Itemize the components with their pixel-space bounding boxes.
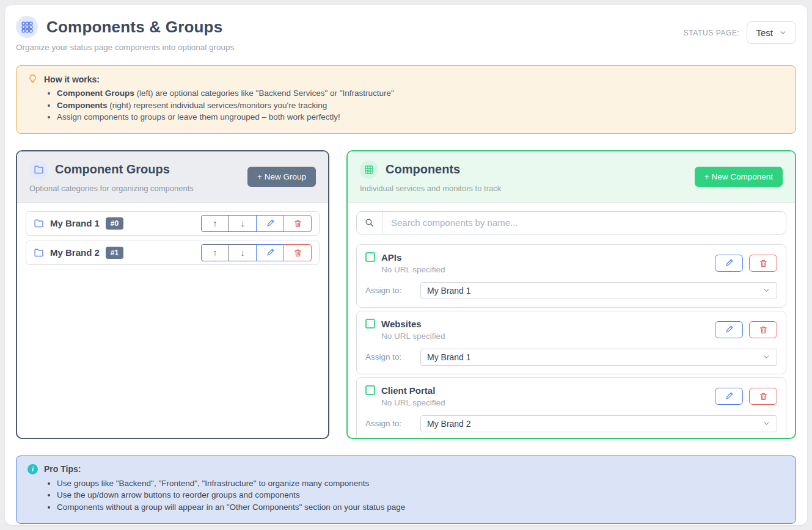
component-status-checkbox[interactable] bbox=[365, 252, 375, 262]
assigned-group-value: My Brand 1 bbox=[427, 286, 471, 296]
page-title: Components & Groups bbox=[46, 18, 222, 37]
group-row: My Brand 2 #1 ↑ ↓ bbox=[26, 241, 320, 265]
info-icon: i bbox=[27, 464, 38, 474]
assign-to-label: Assign to: bbox=[365, 286, 420, 295]
trash-icon bbox=[759, 391, 768, 401]
pro-tips-bullet: Use the up/down arrow buttons to reorder… bbox=[57, 490, 785, 499]
new-component-button[interactable]: + New Component bbox=[695, 167, 783, 187]
status-page-selector: STATUS PAGE: Test bbox=[684, 21, 796, 44]
bullet-text: (left) are optional categories like "Bac… bbox=[134, 89, 394, 98]
move-group-down-button[interactable]: ↓ bbox=[229, 244, 257, 261]
pro-tips-bullet: Components without a group will appear i… bbox=[57, 503, 785, 512]
folder-icon bbox=[34, 218, 44, 228]
how-it-works-banner: How it works: Component Groups (left) ar… bbox=[16, 65, 796, 134]
chevron-down-icon bbox=[779, 29, 787, 37]
assigned-group-value: My Brand 2 bbox=[427, 419, 471, 429]
how-it-works-bullet: Component Groups (left) are optional cat… bbox=[57, 89, 785, 98]
components-panel-header: Components Individual services and monit… bbox=[348, 151, 795, 203]
component-card: Websites No URL specified bbox=[356, 311, 786, 374]
pro-tips-bullet: Use groups like "Backend", "Frontend", "… bbox=[57, 479, 785, 488]
pencil-icon bbox=[725, 258, 734, 267]
how-it-works-bullet: Components (right) represent individual … bbox=[57, 101, 785, 110]
components-list: APIs No URL specified bbox=[348, 203, 795, 438]
components-panel: Components Individual services and monit… bbox=[346, 150, 796, 439]
page-header: Components & Groups Organize your status… bbox=[16, 16, 796, 52]
delete-component-button[interactable] bbox=[749, 321, 777, 338]
lightbulb-icon bbox=[27, 74, 38, 84]
component-url-status: No URL specified bbox=[381, 265, 445, 274]
grid-dots-icon bbox=[16, 16, 38, 38]
chevron-down-icon bbox=[763, 353, 770, 361]
pencil-icon bbox=[725, 391, 734, 401]
component-card: Client Portal No URL specified bbox=[356, 377, 786, 438]
folder-icon bbox=[29, 161, 48, 179]
component-url-status: No URL specified bbox=[381, 332, 445, 341]
search-icon bbox=[357, 212, 382, 234]
trash-icon bbox=[293, 219, 302, 228]
edit-component-button[interactable] bbox=[715, 321, 743, 338]
pencil-icon bbox=[266, 219, 275, 228]
chevron-down-icon bbox=[763, 419, 770, 427]
assign-group-select[interactable]: My Brand 2 bbox=[420, 415, 777, 432]
component-url-status: No URL specified bbox=[381, 398, 445, 407]
groups-panel-subtitle: Optional categories for organizing compo… bbox=[29, 184, 194, 193]
how-it-works-bullet: Assign components to groups or leave the… bbox=[57, 112, 785, 122]
panels-container: Component Groups Optional categories for… bbox=[16, 150, 796, 439]
edit-group-button[interactable] bbox=[256, 215, 284, 232]
status-page-select[interactable]: Test bbox=[747, 21, 796, 44]
assign-to-label: Assign to: bbox=[365, 419, 420, 428]
components-panel-title: Components bbox=[386, 162, 460, 176]
pro-tips-banner: i Pro Tips: Use groups like "Backend", "… bbox=[16, 456, 796, 525]
assign-group-select[interactable]: My Brand 1 bbox=[420, 282, 777, 299]
groups-panel-title: Component Groups bbox=[55, 162, 170, 176]
header-left: Components & Groups Organize your status… bbox=[16, 16, 234, 52]
trash-icon bbox=[293, 248, 302, 258]
search-components-input[interactable] bbox=[382, 212, 786, 234]
assigned-group-value: My Brand 1 bbox=[427, 352, 471, 362]
pencil-icon bbox=[725, 325, 734, 334]
component-status-checkbox[interactable] bbox=[365, 319, 375, 329]
table-grid-icon bbox=[360, 161, 378, 179]
bullet-bold-text: Components bbox=[57, 101, 108, 110]
trash-icon bbox=[759, 325, 768, 335]
delete-group-button[interactable] bbox=[283, 244, 312, 261]
components-panel-subtitle: Individual services and monitors to trac… bbox=[360, 184, 501, 193]
move-group-up-button[interactable]: ↑ bbox=[201, 215, 229, 232]
main-card: Components & Groups Organize your status… bbox=[5, 5, 807, 525]
pro-tips-list: Use groups like "Backend", "Frontend", "… bbox=[27, 479, 785, 512]
bullet-text: Assign components to groups or leave the… bbox=[57, 112, 340, 122]
page-subtitle: Organize your status page components int… bbox=[16, 43, 234, 52]
groups-panel-header: Component Groups Optional categories for… bbox=[17, 151, 328, 203]
delete-component-button[interactable] bbox=[749, 388, 777, 405]
group-row: My Brand 1 #0 ↑ ↓ bbox=[26, 211, 320, 236]
page-background: Components & Groups Organize your status… bbox=[0, 0, 812, 530]
edit-component-button[interactable] bbox=[715, 388, 743, 405]
delete-component-button[interactable] bbox=[749, 255, 777, 272]
bullet-text: (right) represent individual services/mo… bbox=[108, 101, 327, 110]
status-page-label: STATUS PAGE: bbox=[684, 29, 740, 37]
component-search bbox=[356, 211, 786, 234]
pencil-icon bbox=[266, 248, 275, 257]
component-card: APIs No URL specified bbox=[356, 244, 786, 308]
delete-group-button[interactable] bbox=[283, 215, 312, 232]
how-it-works-title: How it works: bbox=[44, 74, 100, 84]
assign-to-label: Assign to: bbox=[365, 352, 420, 361]
component-name: Websites bbox=[381, 319, 422, 329]
folder-icon bbox=[34, 247, 44, 258]
move-group-down-button[interactable]: ↓ bbox=[229, 215, 257, 232]
group-order-badge: #1 bbox=[106, 247, 123, 259]
bullet-bold-text: Component Groups bbox=[57, 89, 134, 98]
chevron-down-icon bbox=[763, 286, 770, 294]
trash-icon bbox=[759, 258, 768, 268]
new-group-button[interactable]: + New Group bbox=[247, 167, 316, 187]
group-order-badge: #0 bbox=[106, 217, 123, 230]
edit-group-button[interactable] bbox=[256, 244, 284, 261]
edit-component-button[interactable] bbox=[715, 255, 743, 272]
assign-group-select[interactable]: My Brand 1 bbox=[420, 349, 777, 366]
component-groups-panel: Component Groups Optional categories for… bbox=[16, 150, 329, 439]
move-group-up-button[interactable]: ↑ bbox=[201, 244, 229, 261]
group-name: My Brand 1 bbox=[50, 218, 100, 228]
how-it-works-list: Component Groups (left) are optional cat… bbox=[27, 89, 785, 122]
component-status-checkbox[interactable] bbox=[365, 385, 375, 395]
pro-tips-title: Pro Tips: bbox=[44, 464, 81, 474]
